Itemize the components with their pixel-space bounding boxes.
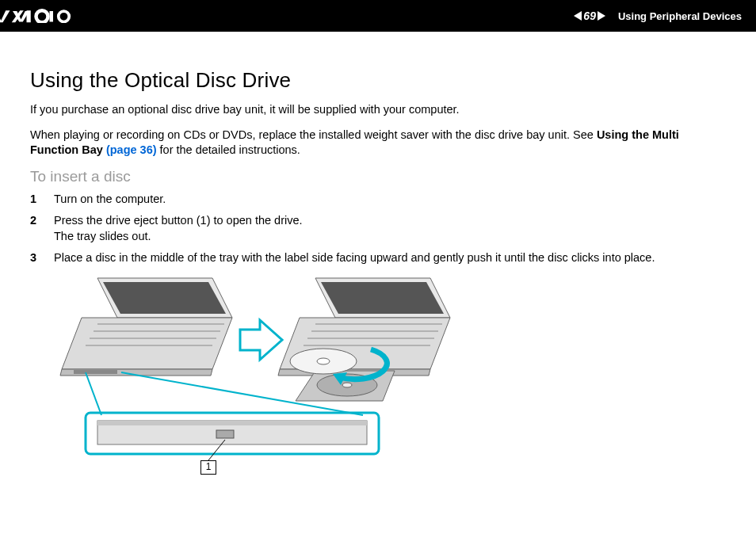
header-bar: 69 Using Peripheral Devices	[0, 0, 756, 32]
step-text: Place a disc in the middle of the tray w…	[54, 250, 655, 266]
callout-number: 1	[200, 460, 216, 475]
prev-page-icon[interactable]	[574, 11, 582, 21]
next-page-icon[interactable]	[598, 11, 605, 21]
step-text: Press the drive eject button (1) to open…	[54, 213, 303, 244]
svg-marker-8	[62, 318, 232, 369]
page-body: Using the Optical Disc Drive If you purc…	[0, 32, 756, 484]
svg-line-34	[86, 372, 101, 415]
page-number: 69	[583, 10, 596, 22]
para2-text-a: When playing or recording on CDs or DVDs…	[30, 128, 597, 141]
flow-arrow-icon	[240, 320, 282, 360]
section-title: Using Peripheral Devices	[618, 10, 742, 22]
cross-ref-link[interactable]: (page 36)	[106, 143, 157, 156]
svg-marker-17	[321, 282, 444, 314]
step-item: Press the drive eject button (1) to open…	[30, 213, 726, 244]
procedure-heading: To insert a disc	[30, 168, 726, 185]
svg-rect-14	[74, 370, 117, 374]
illustration: 1	[54, 274, 458, 484]
intro-para-1: If you purchase an optional disc drive b…	[30, 102, 726, 118]
page-nav: 69	[574, 10, 605, 22]
step-list: Turn on the computer. Press the drive ej…	[30, 192, 726, 266]
laptop-open-tray-icon	[278, 278, 450, 401]
svg-rect-33	[216, 430, 234, 438]
intro-para-2: When playing or recording on CDs or DVDs…	[30, 128, 726, 158]
svg-point-26	[342, 383, 352, 387]
page-title: Using the Optical Disc Drive	[30, 68, 726, 93]
svg-point-5	[36, 10, 48, 22]
para2-text-b: for the detailed instructions.	[157, 143, 300, 156]
svg-point-28	[317, 358, 330, 364]
step-item: Place a disc in the middle of the tray w…	[30, 250, 726, 266]
svg-rect-32	[97, 421, 367, 425]
manual-page: 69 Using Peripheral Devices Using the Op…	[0, 0, 756, 534]
svg-rect-4	[27, 10, 31, 22]
step-text: Turn on the computer.	[54, 192, 166, 208]
svg-marker-7	[103, 282, 226, 314]
svg-marker-2	[0, 10, 10, 22]
header-right: 69 Using Peripheral Devices	[574, 10, 742, 22]
vaio-logo	[13, 9, 63, 23]
svg-marker-15	[240, 320, 282, 360]
laptop-closed-tray-icon	[60, 278, 232, 376]
step-item: Turn on the computer.	[30, 192, 726, 208]
